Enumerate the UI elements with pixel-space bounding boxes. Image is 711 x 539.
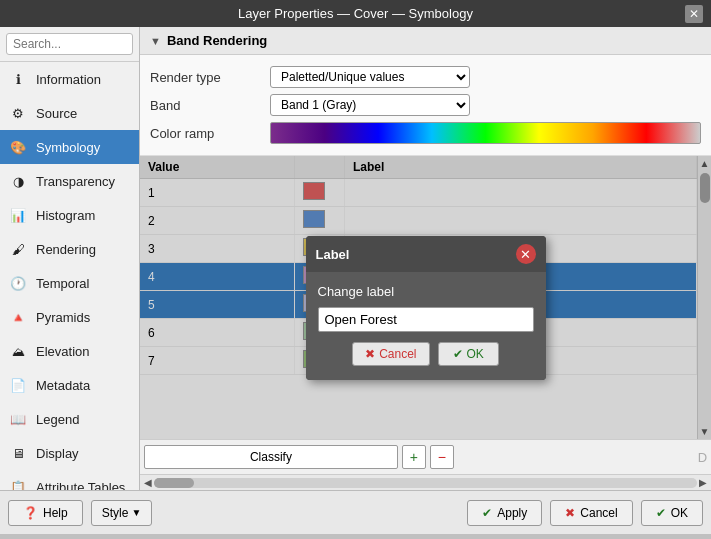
sidebar-item-metadata[interactable]: 📄 Metadata [0,368,139,402]
sidebar-item-label: Legend [36,412,79,427]
modal-close-button[interactable]: ✕ [516,244,536,264]
legend-icon: 📖 [8,409,28,429]
sidebar-item-label: Attribute Tables [36,480,125,491]
sidebar-item-histogram[interactable]: 📊 Histogram [0,198,139,232]
help-button[interactable]: ❓ Help [8,500,83,526]
classify-bar: Classify + − D [140,439,711,474]
sidebar-item-label: Pyramids [36,310,90,325]
sidebar-item-transparency[interactable]: ◑ Transparency [0,164,139,198]
symbology-icon: 🎨 [8,137,28,157]
display-icon: 🖥 [8,443,28,463]
rendering-icon: 🖌 [8,239,28,259]
apply-button[interactable]: ✔ Apply [467,500,542,526]
cancel-label: Cancel [580,506,617,520]
sidebar-item-symbology[interactable]: 🎨 Symbology [0,130,139,164]
search-input[interactable] [6,33,133,55]
scroll-left-arrow[interactable]: ◀ [142,477,154,488]
style-button-group: Style ▼ [91,500,153,526]
sidebar-item-display[interactable]: 🖥 Display [0,436,139,470]
collapse-arrow-icon[interactable]: ▼ [150,35,161,47]
help-icon: ❓ [23,506,38,520]
attribute-tables-icon: 📋 [8,477,28,490]
sidebar-item-elevation[interactable]: ⛰ Elevation [0,334,139,368]
metadata-icon: 📄 [8,375,28,395]
render-type-field: Paletted/Unique values [270,63,701,91]
help-label: Help [43,506,68,520]
content-area: ▼ Band Rendering Render type Paletted/Un… [140,27,711,490]
title-bar: Layer Properties — Cover — Symbology ✕ [0,0,711,27]
modal-ok-button[interactable]: ✔ OK [438,342,499,366]
sidebar-item-label: Display [36,446,79,461]
sidebar: ℹ Information ⚙ Source 🎨 Symbology ◑ Tra… [0,27,140,490]
style-button[interactable]: Style ▼ [91,500,153,526]
temporal-icon: 🕐 [8,273,28,293]
band-field: Band 1 (Gray) [270,91,701,119]
sidebar-item-label: Metadata [36,378,90,393]
sidebar-item-pyramids[interactable]: 🔺 Pyramids [0,300,139,334]
information-icon: ℹ [8,69,28,89]
modal-label-input[interactable] [318,307,534,332]
histogram-icon: 📊 [8,205,28,225]
band-select[interactable]: Band 1 (Gray) [270,94,470,116]
sidebar-item-temporal[interactable]: 🕐 Temporal [0,266,139,300]
sidebar-item-source[interactable]: ⚙ Source [0,96,139,130]
sidebar-item-information[interactable]: ℹ Information [0,62,139,96]
ok-button[interactable]: ✔ OK [641,500,703,526]
add-entry-button[interactable]: + [402,445,426,469]
right-label: D [698,450,707,465]
color-ramp-label: Color ramp [150,119,270,147]
sidebar-item-label: Elevation [36,344,89,359]
modal-title: Label [316,247,350,262]
pyramids-icon: 🔺 [8,307,28,327]
elevation-icon: ⛰ [8,341,28,361]
ok-label: OK [671,506,688,520]
search-bar [0,27,139,62]
sidebar-item-label: Temporal [36,276,89,291]
window-title: Layer Properties — Cover — Symbology [238,6,473,21]
modal-cancel-button[interactable]: ✖ Cancel [352,342,429,366]
modal-overlay: Label ✕ Change label ✖ Cancel ✔ [140,156,711,439]
sidebar-item-rendering[interactable]: 🖌 Rendering [0,232,139,266]
scroll-right-arrow[interactable]: ▶ [697,477,709,488]
sidebar-item-label: Symbology [36,140,100,155]
style-label: Style [102,506,129,520]
window-close-button[interactable]: ✕ [685,5,703,23]
color-ramp-field [270,119,701,147]
cancel-icon: ✖ [365,347,375,361]
color-ramp-bar[interactable] [270,122,701,144]
sidebar-item-label: Information [36,72,101,87]
sidebar-item-attribute-tables[interactable]: 📋 Attribute Tables [0,470,139,490]
band-label: Band [150,91,270,119]
label-dialog: Label ✕ Change label ✖ Cancel ✔ [306,236,546,380]
modal-title-bar: Label ✕ [306,236,546,272]
remove-entry-button[interactable]: − [430,445,454,469]
sidebar-item-label: Transparency [36,174,115,189]
cancel-icon: ✖ [565,506,575,520]
bottom-bar: ❓ Help Style ▼ ✔ Apply ✖ Cancel ✔ OK [0,490,711,534]
band-rendering-header: ▼ Band Rendering [140,27,711,55]
source-icon: ⚙ [8,103,28,123]
transparency-icon: ◑ [8,171,28,191]
render-type-select[interactable]: Paletted/Unique values [270,66,470,88]
sidebar-item-label: Histogram [36,208,95,223]
sidebar-item-label: Source [36,106,77,121]
modal-body: Change label ✖ Cancel ✔ OK [306,272,546,380]
render-type-label: Render type [150,63,270,91]
style-dropdown-icon[interactable]: ▼ [131,507,141,518]
modal-buttons: ✖ Cancel ✔ OK [318,342,534,366]
properties-grid: Render type Paletted/Unique values Band … [140,55,711,156]
band-rendering-title: Band Rendering [167,33,267,48]
apply-icon: ✔ [482,506,492,520]
apply-label: Apply [497,506,527,520]
change-label-text: Change label [318,284,534,299]
cancel-button[interactable]: ✖ Cancel [550,500,632,526]
classify-button[interactable]: Classify [144,445,398,469]
horizontal-scrollbar[interactable]: ◀ ▶ [140,474,711,490]
ok-icon: ✔ [656,506,666,520]
sidebar-item-legend[interactable]: 📖 Legend [0,402,139,436]
sidebar-item-label: Rendering [36,242,96,257]
scrollbar-track [154,478,697,488]
scrollbar-thumb[interactable] [154,478,194,488]
ok-icon: ✔ [453,347,463,361]
